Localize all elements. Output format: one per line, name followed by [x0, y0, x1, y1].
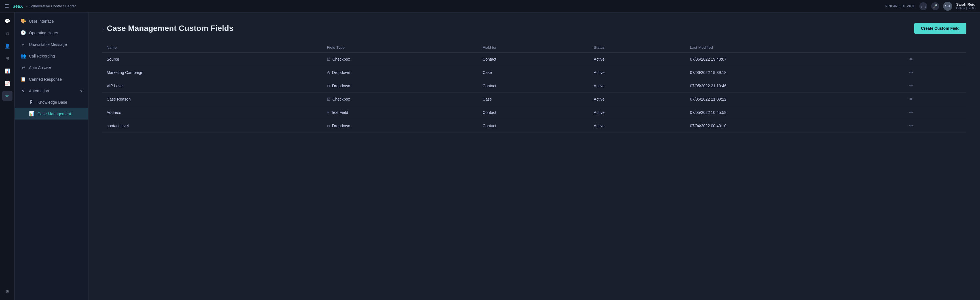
cell-field-type: ☑Checkbox — [322, 93, 478, 106]
unavailable-message-icon: ✓ — [21, 42, 26, 47]
avatar[interactable]: SR — [943, 2, 952, 11]
edit-icon[interactable]: ✏ — [909, 110, 913, 115]
rail-icon-users[interactable]: 👤 — [2, 41, 13, 51]
sidebar-label-unavailable-message: Unavailable Message — [29, 42, 83, 47]
cell-field-type: ⊙Dropdown — [322, 66, 478, 79]
field-type-icon: ⊙ — [327, 84, 330, 88]
cell-name: Address — [102, 106, 322, 119]
cell-field-for: Contact — [478, 119, 589, 133]
cell-last-modified: 07/06/2022 19:40:07 — [686, 53, 905, 66]
topbar-right: RINGING DEVICE ⋮⋮ 🎤 SR Sarah Reid Offlin… — [885, 2, 975, 11]
sidebar-item-call-recording[interactable]: 👥 Call Recording — [15, 50, 88, 62]
sidebar-item-canned-response[interactable]: 📋 Canned Response — [15, 73, 88, 85]
icon-rail: 💬 ⧉ 👤 ⊞ 📊 📈 ✏ ⚙ — [0, 13, 15, 300]
cell-last-modified: 07/04/2022 00:40:10 — [686, 119, 905, 133]
table-header: Name Field Type Field for Status Last Mo… — [102, 43, 966, 53]
layout: 💬 ⧉ 👤 ⊞ 📊 📈 ✏ ⚙ 🎨 User Interface 🕐 Opera… — [0, 13, 980, 300]
user-name: Sarah Reid — [956, 2, 975, 6]
sidebar-label-call-recording: Call Recording — [29, 54, 83, 58]
edit-icon[interactable]: ✏ — [909, 97, 913, 102]
cell-status: Active — [589, 106, 686, 119]
sidebar-item-auto-answer[interactable]: ↩ Auto Answer — [15, 62, 88, 73]
rail-icon-edit[interactable]: ✏ — [2, 90, 13, 101]
user-status: Offline | 5d 6h — [956, 6, 975, 10]
rail-icon-layers[interactable]: ⧉ — [2, 29, 13, 38]
rail-icon-report[interactable]: 📈 — [2, 78, 13, 88]
auto-answer-icon: ↩ — [21, 65, 26, 70]
cell-status: Active — [589, 66, 686, 79]
cell-name: Marketing Campaign — [102, 66, 322, 79]
rail-icon-chat[interactable]: 💬 — [2, 16, 13, 26]
cell-name: Case Reason — [102, 93, 322, 106]
topbar: ☰ SeaX - Collaborative Contact Center RI… — [0, 0, 980, 13]
cell-field-type: ⊙Dropdown — [322, 79, 478, 93]
user-interface-icon: 🎨 — [21, 18, 26, 24]
cell-status: Active — [589, 53, 686, 66]
cell-status: Active — [589, 119, 686, 133]
cell-edit: ✏ — [905, 79, 966, 93]
page-header: ‹ Case Management Custom Fields Create C… — [102, 23, 966, 34]
sidebar-item-knowledge-base[interactable]: 🗄 Knowledge Base — [15, 97, 88, 108]
sidebar-item-automation[interactable]: ∨ Automation ∨ — [15, 85, 88, 97]
operating-hours-icon: 🕐 — [21, 30, 26, 35]
user-info: Sarah Reid Offline | 5d 6h — [956, 2, 975, 10]
cell-last-modified: 07/05/2022 10:45:58 — [686, 106, 905, 119]
field-type-icon: ☑ — [327, 57, 331, 62]
cell-edit: ✏ — [905, 93, 966, 106]
cell-edit: ✏ — [905, 106, 966, 119]
cell-field-for: Contact — [478, 106, 589, 119]
edit-icon[interactable]: ✏ — [909, 57, 913, 62]
cell-field-type: ☑Checkbox — [322, 53, 478, 66]
field-type-icon: ⊙ — [327, 70, 330, 75]
table-row: Source ☑Checkbox Contact Active 07/06/20… — [102, 53, 966, 66]
sidebar-item-case-management[interactable]: 📊 Case Management — [15, 108, 88, 119]
sidebar-item-operating-hours[interactable]: 🕐 Operating Hours — [15, 27, 88, 38]
microphone-icon[interactable]: 🎤 — [931, 2, 939, 10]
knowledge-base-icon: 🗄 — [29, 100, 35, 105]
table-row: contact level ⊙Dropdown Contact Active 0… — [102, 119, 966, 133]
cell-field-for: Case — [478, 66, 589, 79]
table-body: Source ☑Checkbox Contact Active 07/06/20… — [102, 53, 966, 133]
hamburger-icon[interactable]: ☰ — [5, 3, 9, 10]
cell-field-for: Contact — [478, 79, 589, 93]
col-field-for: Field for — [478, 43, 589, 53]
col-status: Status — [589, 43, 686, 53]
automation-icon: ∨ — [21, 88, 26, 94]
sidebar-label-canned-response: Canned Response — [29, 77, 83, 82]
table-row: Case Reason ☑Checkbox Case Active 07/05/… — [102, 93, 966, 106]
cell-edit: ✏ — [905, 119, 966, 133]
back-button[interactable]: ‹ — [102, 25, 104, 32]
sidebar-label-automation: Automation — [29, 89, 77, 93]
custom-fields-table: Name Field Type Field for Status Last Mo… — [102, 43, 966, 133]
cell-field-type: ⊙Dropdown — [322, 119, 478, 133]
rail-icon-chart[interactable]: 📊 — [2, 66, 13, 76]
page-title: Case Management Custom Fields — [107, 24, 234, 33]
app-subtitle: - Collaborative Contact Center — [26, 4, 76, 8]
call-recording-icon: 👥 — [21, 53, 26, 59]
edit-icon[interactable]: ✏ — [909, 83, 913, 88]
case-management-icon: 📊 — [29, 111, 35, 116]
field-type-icon: Ŧ — [327, 110, 329, 115]
sidebar-item-user-interface[interactable]: 🎨 User Interface — [15, 15, 88, 27]
table-row: Address ŦText Field Contact Active 07/05… — [102, 106, 966, 119]
cell-last-modified: 07/05/2022 21:09:22 — [686, 93, 905, 106]
sidebar-label-user-interface: User Interface — [29, 19, 83, 24]
rail-icon-grid[interactable]: ⊞ — [2, 53, 13, 63]
create-custom-field-button[interactable]: Create Custom Field — [914, 23, 966, 34]
cell-name: VIP Level — [102, 79, 322, 93]
cell-name: contact level — [102, 119, 322, 133]
apps-grid-icon[interactable]: ⋮⋮ — [919, 2, 927, 10]
cell-edit: ✏ — [905, 66, 966, 79]
rail-icon-settings[interactable]: ⚙ — [2, 286, 13, 297]
col-actions — [905, 43, 966, 53]
col-field-type: Field Type — [322, 43, 478, 53]
edit-icon[interactable]: ✏ — [909, 123, 913, 128]
edit-icon[interactable]: ✏ — [909, 70, 913, 75]
ringing-device-label: RINGING DEVICE — [885, 4, 915, 8]
sidebar-item-unavailable-message[interactable]: ✓ Unavailable Message — [15, 38, 88, 50]
sidebar-label-case-management: Case Management — [37, 112, 83, 116]
field-type-icon: ⊙ — [327, 124, 330, 128]
sidebar-label-operating-hours: Operating Hours — [29, 30, 83, 35]
automation-chevron: ∨ — [80, 89, 83, 93]
main-content: ‹ Case Management Custom Fields Create C… — [89, 13, 980, 300]
